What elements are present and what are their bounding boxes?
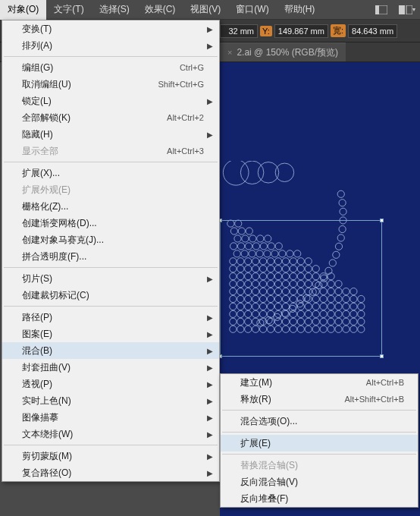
menu-item[interactable]: 栅格化(Z)...: [2, 198, 219, 215]
menu-item-label: 混合选项(O)...: [240, 415, 404, 428]
menu-item-label: 栅格化(Z)...: [22, 200, 204, 213]
menu-object[interactable]: 对象(O): [0, 0, 46, 20]
menu-help[interactable]: 帮助(H): [277, 0, 323, 20]
menu-item[interactable]: 创建裁切标记(C): [2, 287, 219, 304]
submenu-arrow-icon: ▶: [207, 452, 213, 461]
menu-item[interactable]: 创建渐变网格(D)...: [2, 215, 219, 231]
menu-item-label: 切片(S): [22, 272, 204, 285]
menu-item-label: 路径(P): [22, 311, 204, 324]
shortcut: Alt+Ctrl+3: [167, 146, 204, 156]
menu-select[interactable]: 选择(S): [92, 0, 137, 20]
w-label: 宽:: [331, 24, 346, 37]
menu-item[interactable]: 释放(R)Alt+Shift+Ctrl+B: [221, 391, 418, 407]
menubar: 对象(O) 文字(T) 选择(S) 效果(C) 视图(V) 窗口(W) 帮助(H…: [0, 0, 420, 20]
menu-item-label: 替换混合轴(S): [240, 459, 404, 472]
menu-item[interactable]: 拼合透明度(F)...: [2, 248, 219, 265]
menu-item[interactable]: 混合(B)▶: [2, 342, 219, 359]
x-value[interactable]: 32 mm: [220, 24, 258, 38]
svg-point-6: [258, 162, 279, 184]
menu-item[interactable]: 全部解锁(K)Alt+Ctrl+2: [2, 109, 219, 126]
menu-item[interactable]: 实时上色(N)▶: [2, 392, 219, 409]
menu-item[interactable]: 建立(M)Alt+Ctrl+B: [221, 374, 418, 391]
menu-item[interactable]: 创建对象马赛克(J)...: [2, 231, 219, 248]
menu-type[interactable]: 文字(T): [46, 0, 91, 20]
menu-item[interactable]: 封套扭曲(V)▶: [2, 359, 219, 376]
separator: [4, 162, 218, 162]
separator: [4, 445, 218, 445]
shortcut: Alt+Ctrl+B: [366, 378, 404, 387]
menu-view[interactable]: 视图(V): [183, 0, 228, 20]
menu-item[interactable]: 透视(P)▶: [2, 376, 219, 392]
selection-box: [220, 220, 382, 357]
menu-item[interactable]: 路径(P)▶: [2, 309, 219, 326]
shortcut: Alt+Ctrl+2: [167, 113, 204, 122]
menu-item-label: 创建对象马赛克(J)...: [22, 234, 204, 247]
submenu-arrow-icon: ▶: [207, 42, 213, 50]
menu-item[interactable]: 锁定(L)▶: [2, 93, 219, 109]
y-label: Y:: [260, 26, 272, 36]
menu-item[interactable]: 混合选项(O)...: [221, 413, 418, 429]
menu-item-label: 实时上色(N): [22, 395, 204, 407]
svg-point-194: [339, 200, 346, 206]
submenu-arrow-icon: ▶: [207, 275, 213, 283]
handle-tr[interactable]: [380, 219, 384, 222]
separator: [222, 410, 416, 411]
svg-point-193: [337, 190, 344, 197]
menu-item-label: 隐藏(H): [22, 128, 204, 141]
separator: [222, 454, 416, 455]
menu-item-label: 图像描摹: [22, 411, 204, 424]
y-value[interactable]: 149.867 mm: [274, 24, 328, 38]
close-icon[interactable]: ×: [227, 48, 232, 57]
svg-point-5: [240, 161, 264, 184]
menu-item-label: 创建渐变网格(D)...: [22, 217, 204, 230]
menu-item[interactable]: 切片(S)▶: [2, 270, 219, 287]
w-value[interactable]: 84.643 mm: [348, 24, 397, 38]
menu-item[interactable]: 变换(T)▶: [2, 20, 219, 37]
arrange-icon[interactable]: ▾: [397, 2, 417, 17]
menu-item[interactable]: 图像描摹▶: [2, 409, 219, 426]
separator: [4, 56, 218, 57]
handle-tl[interactable]: [220, 219, 222, 222]
menu-item[interactable]: 复合路径(O)▶: [2, 464, 219, 481]
menu-item[interactable]: 剪切蒙版(M)▶: [2, 448, 219, 464]
menu-item[interactable]: 图案(E)▶: [2, 326, 219, 342]
submenu-arrow-icon: ▶: [207, 363, 213, 372]
menu-item[interactable]: 反向堆叠(F): [221, 490, 418, 507]
menu-item[interactable]: 排列(A)▶: [2, 37, 219, 54]
submenu-arrow-icon: ▶: [207, 397, 213, 405]
menu-item[interactable]: 取消编组(U)Shift+Ctrl+G: [2, 76, 219, 93]
svg-point-7: [275, 163, 293, 181]
submenu-arrow-icon: ▶: [207, 347, 213, 355]
submenu-arrow-icon: ▶: [207, 97, 213, 105]
menu-item-label: 显示全部: [22, 145, 167, 158]
menu-item-label: 复合路径(O): [22, 467, 204, 480]
svg-rect-2: [399, 5, 405, 14]
menu-item[interactable]: 扩展(E): [221, 435, 418, 452]
document-tab[interactable]: × 2.ai @ 150% (RGB/预览): [220, 42, 346, 61]
menu-item-label: 封套扭曲(V): [22, 361, 204, 374]
menu-item: 显示全部Alt+Ctrl+3: [2, 143, 219, 159]
menu-item[interactable]: 隐藏(H)▶: [2, 126, 219, 143]
menu-item-label: 透视(P): [22, 378, 204, 391]
menu-item-label: 混合(B): [22, 345, 204, 357]
svg-point-195: [340, 208, 346, 215]
submenu-arrow-icon: ▶: [207, 414, 213, 422]
menu-item[interactable]: 反向混合轴(V): [221, 474, 418, 490]
menu-item[interactable]: 文本绕排(W)▶: [2, 426, 219, 442]
submenu-arrow-icon: ▶: [207, 131, 213, 139]
menu-item-label: 图案(E): [22, 328, 204, 341]
layout-icon[interactable]: [371, 2, 391, 17]
menu-item-label: 创建裁切标记(C): [22, 289, 204, 302]
menu-window[interactable]: 窗口(W): [228, 0, 276, 20]
submenu-arrow-icon: ▶: [207, 25, 213, 33]
menu-item[interactable]: 扩展(X)...: [2, 165, 219, 181]
handle-br[interactable]: [380, 354, 384, 358]
menu-item-label: 剪切蒙版(M): [22, 450, 204, 463]
menu-effect[interactable]: 效果(C): [137, 0, 183, 20]
submenu-arrow-icon: ▶: [207, 469, 213, 477]
handle-bl[interactable]: [220, 354, 222, 358]
tab-title: 2.ai @ 150% (RGB/预览): [237, 46, 338, 59]
blend-submenu: 建立(M)Alt+Ctrl+B释放(R)Alt+Shift+Ctrl+B混合选项…: [220, 373, 418, 508]
menu-item[interactable]: 编组(G)Ctrl+G: [2, 59, 219, 76]
object-menu: 变换(T)▶排列(A)▶编组(G)Ctrl+G取消编组(U)Shift+Ctrl…: [2, 20, 220, 482]
